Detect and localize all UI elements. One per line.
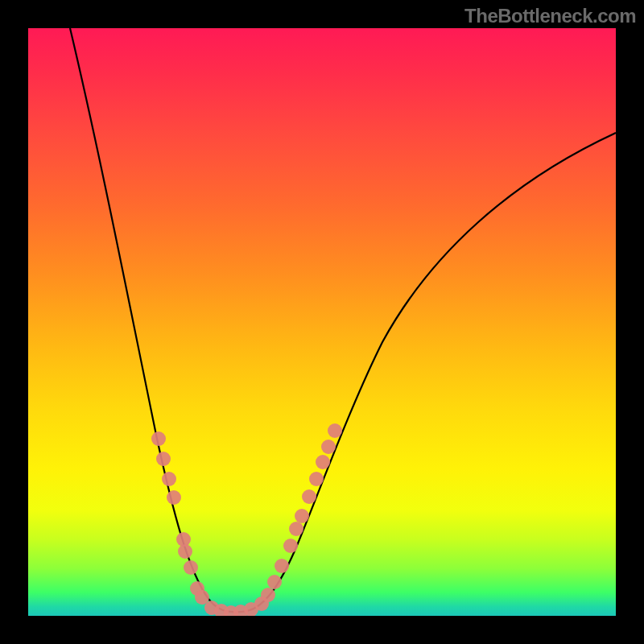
outer-frame: TheBottleneck.com [0,0,644,644]
data-marker [275,559,289,573]
data-marker [178,544,192,559]
data-marker [328,423,342,438]
bottleneck-curve [28,28,616,616]
data-marker [316,455,330,469]
watermark-text: TheBottleneck.com [464,5,636,27]
data-marker [267,575,282,589]
data-marker [283,539,298,553]
data-marker [321,440,336,454]
plot-area [28,28,616,616]
data-marker [309,472,324,486]
data-marker [261,588,275,602]
data-marker [151,431,166,446]
data-marker [289,522,303,536]
data-marker [167,490,181,505]
data-marker [295,509,309,523]
data-marker [162,472,176,486]
data-marker [184,560,198,575]
data-marker [302,489,316,504]
data-marker [156,452,171,466]
